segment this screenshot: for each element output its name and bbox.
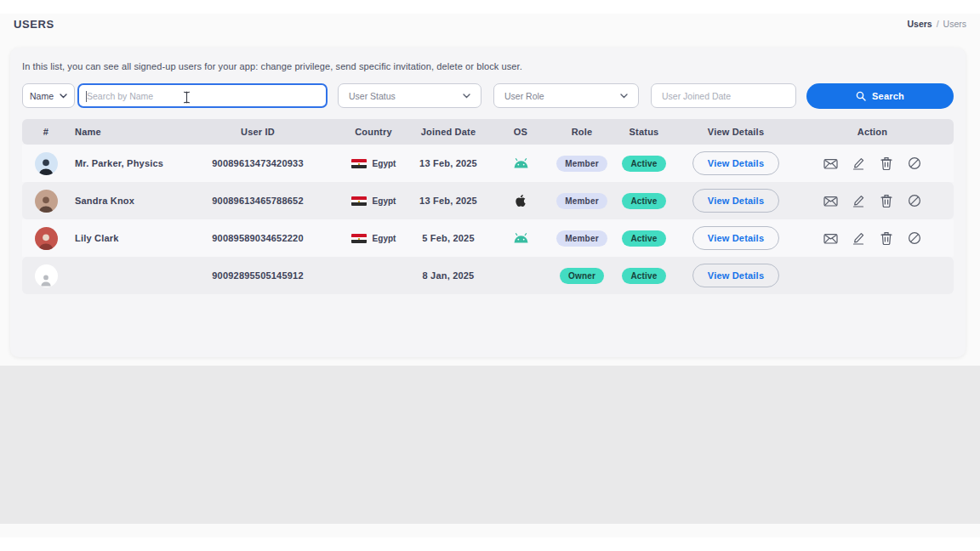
- delete-icon[interactable]: [879, 230, 894, 246]
- avatar: [35, 190, 58, 213]
- person-photo-icon: [37, 194, 55, 213]
- user-status-select-label: User Status: [349, 91, 396, 101]
- joined-date: 13 Feb, 2025: [412, 196, 485, 206]
- user-role-select-label: User Role: [504, 91, 544, 101]
- ibeam-cursor: [183, 91, 191, 104]
- block-icon[interactable]: [907, 156, 922, 171]
- filter-bar: Name User Status User Role Search: [22, 83, 954, 108]
- table-body: Mr. Parker, Physics 90089613473420933 Eg…: [22, 145, 954, 294]
- breadcrumb-current: Users: [943, 19, 966, 29]
- chevron-down-icon: [60, 94, 67, 99]
- status-badge: Active: [622, 193, 665, 209]
- col-name: Name: [70, 127, 180, 137]
- role-badge: Owner: [560, 268, 604, 284]
- user-id: 90092895505145912: [180, 270, 335, 281]
- edit-icon[interactable]: [851, 193, 866, 208]
- egypt-flag-icon: [351, 234, 367, 243]
- status-badge: Active: [622, 230, 665, 247]
- user-status-select[interactable]: User Status: [338, 83, 481, 108]
- search-icon: [856, 91, 866, 101]
- avatar: [35, 227, 58, 250]
- role-badge: Member: [556, 193, 607, 209]
- delete-icon[interactable]: [879, 193, 894, 208]
- lower-page-background: [0, 366, 980, 524]
- col-country: Country: [335, 127, 412, 137]
- country-label: Egypt: [373, 234, 396, 243]
- col-index: #: [22, 127, 70, 137]
- user-name: Lily Clark: [70, 233, 180, 243]
- android-icon: [513, 158, 529, 168]
- table-row: 90092895505145912 8 Jan, 2025 Owner Acti…: [22, 257, 954, 294]
- country-label: Egypt: [373, 196, 396, 206]
- mail-icon[interactable]: [823, 230, 838, 246]
- table-row: Lily Clark 90089589034652220 Egypt 5 Feb…: [22, 219, 954, 257]
- text-caret: [86, 91, 87, 102]
- col-joined-date: Joined Date: [412, 127, 485, 137]
- col-action: Action: [791, 127, 954, 137]
- mail-icon[interactable]: [823, 193, 838, 208]
- status-badge: Active: [622, 268, 665, 284]
- search-input[interactable]: [79, 85, 326, 106]
- col-view-details: View Details: [681, 127, 791, 137]
- view-details-button[interactable]: View Details: [692, 264, 779, 287]
- role-badge: Member: [556, 156, 607, 172]
- card-description: In this list, you can see all signed-up …: [22, 61, 954, 71]
- joined-date: 5 Feb, 2025: [412, 233, 485, 243]
- users-card: In this list, you can see all signed-up …: [10, 48, 966, 357]
- top-bar: USERS Users / Users: [0, 0, 980, 48]
- person-placeholder-icon: [38, 272, 54, 287]
- country-label: Egypt: [373, 159, 396, 168]
- col-role: Role: [556, 127, 607, 137]
- user-id: 90089589034652220: [180, 233, 335, 243]
- avatar: [35, 152, 58, 175]
- apple-icon: [515, 194, 527, 207]
- block-icon[interactable]: [907, 193, 922, 208]
- avatar-placeholder: [35, 264, 58, 287]
- egypt-flag-icon: [351, 159, 367, 168]
- user-role-select[interactable]: User Role: [493, 83, 639, 108]
- user-name: Sandra Knox: [70, 196, 180, 206]
- search-button-label: Search: [872, 91, 904, 101]
- block-icon[interactable]: [907, 230, 922, 246]
- search-input-wrapper: [77, 83, 328, 108]
- user-id: 90089613473420933: [180, 158, 335, 168]
- user-id: 90089613465788652: [180, 196, 335, 206]
- egypt-flag-icon: [351, 196, 367, 206]
- breadcrumb-root[interactable]: Users: [907, 19, 932, 29]
- user-name: Mr. Parker, Physics: [70, 158, 180, 168]
- col-status: Status: [607, 127, 681, 137]
- col-os: OS: [485, 127, 556, 137]
- edit-icon[interactable]: [851, 230, 866, 246]
- breadcrumb-separator: /: [937, 19, 939, 29]
- table-header: # Name User ID Country Joined Date OS Ro…: [22, 119, 954, 145]
- android-icon: [513, 233, 529, 243]
- search-button[interactable]: Search: [806, 83, 954, 109]
- joined-date: 8 Jan, 2025: [412, 270, 485, 281]
- joined-date: 13 Feb, 2025: [412, 158, 485, 168]
- view-details-button[interactable]: View Details: [692, 189, 779, 213]
- chevron-down-icon: [620, 94, 628, 99]
- search-field-selector[interactable]: Name: [22, 83, 75, 108]
- joined-date-input[interactable]: [662, 91, 785, 101]
- page-title: USERS: [14, 18, 54, 31]
- status-badge: Active: [622, 156, 665, 172]
- table-row: Mr. Parker, Physics 90089613473420933 Eg…: [22, 145, 954, 182]
- person-photo-icon: [37, 231, 55, 250]
- person-photo-icon: [37, 156, 55, 175]
- search-field-selector-label: Name: [30, 91, 54, 101]
- view-details-button[interactable]: View Details: [692, 226, 779, 250]
- edit-icon[interactable]: [851, 156, 866, 171]
- joined-date-input-wrapper: [651, 83, 796, 108]
- view-details-button[interactable]: View Details: [692, 151, 779, 175]
- role-badge: Member: [556, 230, 607, 247]
- chevron-down-icon: [463, 94, 470, 99]
- table-row: Sandra Knox 90089613465788652 Egypt 13 F…: [22, 182, 954, 219]
- mail-icon[interactable]: [823, 156, 838, 171]
- breadcrumb: Users / Users: [907, 19, 966, 29]
- col-user-id: User ID: [180, 127, 335, 137]
- delete-icon[interactable]: [879, 156, 894, 171]
